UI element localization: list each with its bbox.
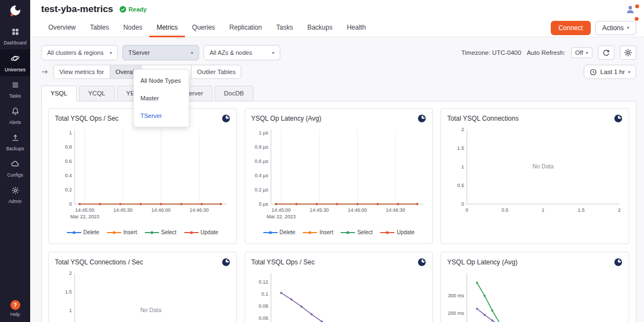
sidebar-item-tasks[interactable]: Tasks <box>0 76 30 103</box>
universe-icon <box>10 54 20 65</box>
sidebar-item-configs[interactable]: Configs <box>0 155 30 182</box>
legend-marker-icon <box>303 230 317 235</box>
svg-text:1: 1 <box>69 308 72 313</box>
legend-label: Update <box>201 229 218 235</box>
metrics-circle-icon[interactable] <box>222 114 230 123</box>
svg-text:1 µs: 1 µs <box>258 130 268 135</box>
universe-tabs-row: OverviewTablesNodesMetricsQueriesReplica… <box>30 19 644 37</box>
sidebar-help-label: Help <box>10 312 20 317</box>
svg-text:0.2: 0.2 <box>65 187 72 193</box>
chart-title: Total YSQL Ops / Sec <box>55 115 118 122</box>
metrics-circle-icon[interactable] <box>614 258 623 267</box>
time-range-dropdown[interactable]: Last 1 hr ▾ <box>584 65 636 79</box>
tab-queries[interactable]: Queries <box>185 19 222 37</box>
legend-item-delete[interactable]: Delete <box>67 229 99 235</box>
configs-icon <box>10 160 20 171</box>
sidebar-item-admin[interactable]: Admin <box>0 182 30 208</box>
metrics-settings-button[interactable] <box>620 46 636 60</box>
metrics-circle-icon[interactable] <box>614 114 623 123</box>
sidebar-item-backups[interactable]: Backups <box>0 129 30 155</box>
yugabyte-logo-icon[interactable] <box>8 0 22 23</box>
chart-card-3: Total YSQL Connections / Sec21.510.5000.… <box>48 252 237 322</box>
node-type-menu: All Node TypesMasterTServer <box>133 69 189 127</box>
expand-arrow-icon[interactable] <box>41 69 49 75</box>
user-icon <box>625 4 635 14</box>
sidebar-item-universes[interactable]: Universes <box>0 49 30 76</box>
tab-health[interactable]: Health <box>340 19 373 37</box>
tab-replication[interactable]: Replication <box>222 19 269 37</box>
sidebar-item-label: Admin <box>8 199 21 204</box>
chevron-down-icon: ▾ <box>586 50 588 55</box>
metrics-circle-icon[interactable] <box>417 114 426 123</box>
tab-metrics[interactable]: Metrics <box>149 19 185 37</box>
svg-text:0.08: 0.08 <box>258 303 268 309</box>
metric-tabs: YSQLYCQLYEDISTablet ServerDocDB <box>41 86 636 101</box>
metric-tab-ysql[interactable]: YSQL <box>41 86 77 101</box>
view-option-outlier-tables[interactable]: Outlier Tables <box>191 65 241 79</box>
metrics-circle-icon[interactable] <box>222 258 230 267</box>
legend-item-select[interactable]: Select <box>341 229 372 235</box>
alert-icon <box>11 107 20 118</box>
sidebar-item-dashboard[interactable]: Dashboard <box>0 23 30 49</box>
tab-backups[interactable]: Backups <box>300 19 340 37</box>
sidebar-item-label: Alerts <box>9 120 21 125</box>
legend-item-update[interactable]: Update <box>184 229 218 235</box>
legend-label: Delete <box>83 229 99 235</box>
auto-refresh-select[interactable]: Off ▾ <box>571 47 593 58</box>
actions-button[interactable]: Actions▾ <box>595 21 636 35</box>
legend-item-insert[interactable]: Insert <box>303 229 333 235</box>
page-title: test-yba-metrics <box>41 4 113 15</box>
connect-button[interactable]: Connect <box>551 21 591 35</box>
chart-title: Total YSQL Connections <box>447 115 518 122</box>
refresh-button[interactable] <box>598 46 614 60</box>
sidebar: DashboardUniversesTasksAlertsBackupsConf… <box>0 0 30 322</box>
node-type-option-master[interactable]: Master <box>134 89 189 107</box>
svg-text:0.4 µs: 0.4 µs <box>255 173 268 178</box>
sidebar-item-help[interactable]: ? Help <box>10 300 20 317</box>
chart-header: Total YSQL Connections / Sec <box>55 257 230 268</box>
svg-text:200 ms: 200 ms <box>448 310 465 316</box>
tab-tasks[interactable]: Tasks <box>269 19 300 37</box>
topbar: test-yba-metrics Ready <box>30 0 644 19</box>
svg-text:14:45:30: 14:45:30 <box>309 207 329 213</box>
svg-text:0.06: 0.06 <box>258 315 268 321</box>
azs-nodes-dropdown[interactable]: All AZs & nodes ▾ <box>204 45 280 60</box>
legend-item-delete[interactable]: Delete <box>263 229 296 235</box>
legend-item-select[interactable]: Select <box>145 229 177 235</box>
user-menu[interactable] <box>625 4 635 14</box>
legend-item-update[interactable]: Update <box>380 229 414 235</box>
node-type-value: TServer <box>128 49 150 56</box>
metrics-content: All clusters & regions ▾ TServer ▾ All A… <box>30 37 644 322</box>
node-type-option-all-node-types[interactable]: All Node Types <box>134 72 189 89</box>
admin-icon <box>11 186 20 197</box>
auto-refresh-label: Auto Refresh: <box>527 49 565 56</box>
chart-card-5: YSQL Op Latency (Avg)300 ms200 ms100 ms <box>440 252 629 322</box>
svg-text:2: 2 <box>69 270 72 276</box>
chart-header: Total YSQL Connections <box>447 113 623 124</box>
sidebar-item-label: Backups <box>6 146 24 151</box>
svg-text:Mar 22, 2023: Mar 22, 2023 <box>267 214 296 219</box>
node-type-dropdown[interactable]: TServer ▾ <box>122 45 199 60</box>
sidebar-item-alerts[interactable]: Alerts <box>0 103 30 129</box>
chart-title: Total YSQL Ops / Sec <box>251 258 315 266</box>
filter-row: All clusters & regions ▾ TServer ▾ All A… <box>41 45 636 60</box>
tab-nodes[interactable]: Nodes <box>116 19 150 37</box>
clusters-regions-dropdown[interactable]: All clusters & regions ▾ <box>41 45 118 60</box>
metrics-circle-icon[interactable] <box>417 258 426 267</box>
tab-tables[interactable]: Tables <box>83 19 116 37</box>
azs-nodes-value: All AZs & nodes <box>210 49 252 56</box>
chart-header: YSQL Op Latency (Avg) <box>251 113 427 124</box>
svg-text:300 ms: 300 ms <box>448 293 465 298</box>
svg-text:0: 0 <box>69 201 72 207</box>
tab-overview[interactable]: Overview <box>41 19 83 37</box>
chart-card-2: Total YSQL Connections21.510.5000.511.52… <box>440 108 629 244</box>
metric-tab-docdb[interactable]: DocDB <box>214 86 253 101</box>
svg-text:1.5: 1.5 <box>65 289 72 295</box>
metric-tab-ycql[interactable]: YCQL <box>79 86 115 101</box>
svg-text:2: 2 <box>461 127 464 132</box>
svg-text:1: 1 <box>461 164 464 170</box>
legend-item-insert[interactable]: Insert <box>107 229 137 235</box>
svg-text:14:46:00: 14:46:00 <box>348 207 367 213</box>
node-type-option-tserver[interactable]: TServer <box>134 107 189 125</box>
svg-text:14:46:30: 14:46:30 <box>190 207 209 213</box>
